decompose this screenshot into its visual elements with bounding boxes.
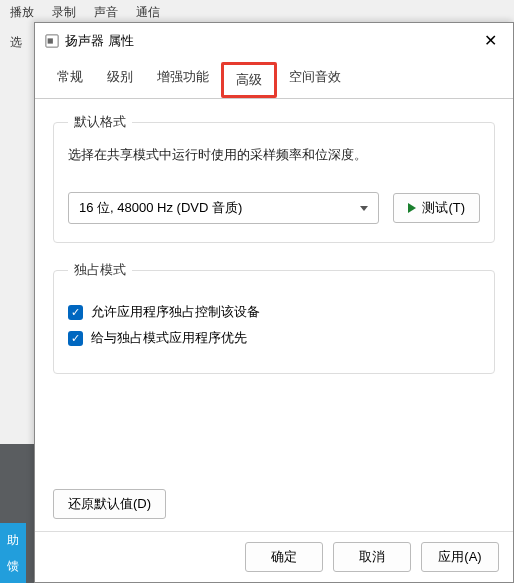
ok-label: 确定 [271, 548, 297, 566]
cancel-label: 取消 [359, 548, 385, 566]
tab-spatial[interactable]: 空间音效 [277, 62, 353, 98]
tab-enhancements[interactable]: 增强功能 [145, 62, 221, 98]
restore-defaults-label: 还原默认值(D) [68, 495, 151, 513]
default-format-group: 默认格式 选择在共享模式中运行时使用的采样频率和位深度。 16 位, 48000… [53, 113, 495, 243]
tab-general[interactable]: 常规 [45, 62, 95, 98]
tabstrip: 常规 级别 增强功能 高级 空间音效 [35, 58, 513, 99]
bg-help: 助 [7, 532, 19, 549]
sample-format-value: 16 位, 48000 Hz (DVD 音质) [79, 199, 242, 217]
titlebar: 扬声器 属性 ✕ [35, 23, 513, 58]
dialog-footer: 确定 取消 应用(A) [35, 531, 513, 582]
exclusive-mode-group: 独占模式 ✓ 允许应用程序独占控制该设备 ✓ 给与独占模式应用程序优先 [53, 261, 495, 374]
exclusive-priority-label: 给与独占模式应用程序优先 [91, 329, 247, 347]
dialog-title: 扬声器 属性 [65, 32, 478, 50]
svg-rect-1 [48, 38, 53, 43]
close-button[interactable]: ✕ [478, 29, 503, 52]
bg-feedback: 馈 [7, 558, 19, 575]
speaker-properties-dialog: 扬声器 属性 ✕ 常规 级别 增强功能 高级 空间音效 默认格式 选择在共享模式… [34, 22, 514, 583]
tab-levels[interactable]: 级别 [95, 62, 145, 98]
exclusive-allow-label: 允许应用程序独占控制该设备 [91, 303, 260, 321]
test-button[interactable]: 测试(T) [393, 193, 480, 223]
bg-strip [0, 24, 38, 444]
bg-tab: 播放 [10, 4, 34, 21]
bg-select-label: 选 [10, 34, 22, 51]
bg-tab: 录制 [52, 4, 76, 21]
test-button-label: 测试(T) [422, 199, 465, 217]
chevron-down-icon [360, 206, 368, 211]
exclusive-priority-row[interactable]: ✓ 给与独占模式应用程序优先 [68, 329, 480, 347]
cancel-button[interactable]: 取消 [333, 542, 411, 572]
apply-button[interactable]: 应用(A) [421, 542, 499, 572]
bg-tab: 声音 [94, 4, 118, 21]
sample-format-select[interactable]: 16 位, 48000 Hz (DVD 音质) [68, 192, 379, 224]
play-icon [408, 203, 416, 213]
exclusive-mode-legend: 独占模式 [68, 261, 132, 279]
restore-defaults-button[interactable]: 还原默认值(D) [53, 489, 166, 519]
bg-tab: 通信 [136, 4, 160, 21]
tab-advanced[interactable]: 高级 [221, 62, 277, 98]
speaker-icon [45, 34, 59, 48]
checkbox-checked-icon[interactable]: ✓ [68, 331, 83, 346]
checkbox-checked-icon[interactable]: ✓ [68, 305, 83, 320]
default-format-legend: 默认格式 [68, 113, 132, 131]
restore-row: 还原默认值(D) [35, 485, 513, 531]
exclusive-allow-row[interactable]: ✓ 允许应用程序独占控制该设备 [68, 303, 480, 321]
apply-label: 应用(A) [438, 548, 481, 566]
tab-content: 默认格式 选择在共享模式中运行时使用的采样频率和位深度。 16 位, 48000… [35, 99, 513, 485]
bg-sidebar: 助 馈 [0, 523, 26, 583]
default-format-desc: 选择在共享模式中运行时使用的采样频率和位深度。 [68, 147, 480, 164]
ok-button[interactable]: 确定 [245, 542, 323, 572]
